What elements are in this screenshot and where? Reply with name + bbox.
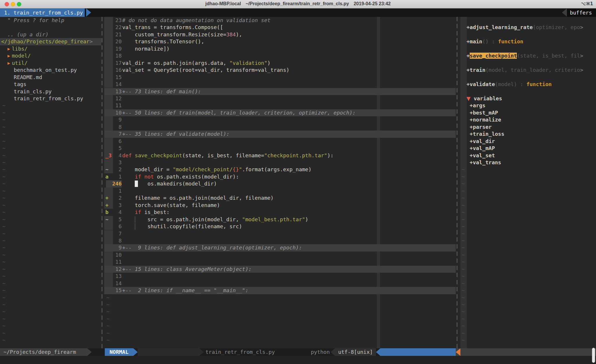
code-line[interactable]: 6 shutil.copyfile(filename, src): [104, 223, 456, 230]
tree-item[interactable]: ▸ model/: [0, 52, 101, 59]
line-text: +val_dir: [466, 138, 495, 145]
code-line[interactable]: 9+-- 9 lines: def adjust_learning_rate(o…: [104, 244, 456, 251]
line-number: 7: [112, 230, 122, 237]
empty-line-tilde: ~: [2, 223, 6, 230]
tag-item[interactable]: +val_set: [460, 152, 596, 159]
code-line[interactable]: b4 if is_best:: [104, 209, 456, 216]
tag-item[interactable]: +adjust_learning_rate(optimizer, epo>: [460, 24, 596, 31]
line-text: train_cls.py: [1, 88, 52, 95]
empty-line: ~: [0, 152, 101, 159]
code-line[interactable]: 21 custom_transform.Resize(size=384),: [104, 31, 456, 38]
code-line[interactable]: 14: [104, 280, 456, 287]
tag-item[interactable]: +validate(model) : function: [460, 81, 596, 88]
code-line[interactable]: 3: [104, 159, 456, 166]
code-line[interactable]: 7+-- 35 lines: def validate(model):: [104, 131, 456, 138]
code-line[interactable]: +3 torch.save(state, filename): [104, 202, 456, 209]
tag-item[interactable]: +args: [460, 102, 596, 109]
sign-column: [104, 45, 113, 52]
tree-item[interactable]: benchmark_on_test.py: [0, 67, 101, 74]
tag-item[interactable]: +train_loss: [460, 131, 596, 138]
code-line[interactable]: 9: [104, 116, 456, 123]
code-line[interactable]: 1: [104, 188, 456, 195]
tag-item[interactable]: +val_mAP: [460, 145, 596, 152]
vim-command-line[interactable]: [0, 356, 596, 364]
code-line[interactable]: 23# do not do data augmentation on valid…: [104, 17, 456, 24]
line-number: 7: [112, 131, 122, 138]
code-line[interactable]: 10: [104, 251, 456, 258]
code-line[interactable]: 13+-- 73 lines: def main():: [104, 88, 456, 95]
sign-column: [104, 52, 113, 59]
tag-item[interactable]: +best_mAP: [460, 109, 596, 116]
empty-line: ~: [460, 330, 596, 337]
code-line[interactable]: 12+-- 15 lines: class AverageMeter(objec…: [104, 266, 456, 273]
sign-column: [104, 251, 113, 258]
powerline-separator: [331, 348, 335, 356]
scrollbar-thumb[interactable]: [592, 348, 595, 363]
tree-item[interactable]: train_cls.py: [0, 88, 101, 95]
code-line[interactable]: 12: [104, 95, 456, 102]
empty-line-tilde: ~: [2, 301, 6, 308]
tree-item[interactable]: </jdhao/Projects/deep_firear>: [0, 38, 101, 45]
tag-item[interactable]: +parser: [460, 124, 596, 131]
code-line[interactable]: 13: [104, 273, 456, 280]
code-line[interactable]: 7: [104, 230, 456, 237]
code-window: 23# do not do data augmentation on valid…: [104, 17, 456, 348]
tree-item[interactable]: ▸ libs/: [0, 45, 101, 52]
code-line[interactable]: a1 if not os.path.exists(model_dir):: [104, 173, 456, 180]
buffers-section[interactable]: buffers: [567, 8, 596, 17]
code-line[interactable]: 15: [104, 74, 456, 81]
tree-item[interactable]: ▸ util/: [0, 60, 101, 67]
sign-column: [104, 74, 113, 81]
code-line[interactable]: 6: [104, 138, 456, 145]
code-line[interactable]: 20 transforms.ToTensor(),: [104, 38, 456, 45]
code-line[interactable]: 19 normalize]): [104, 45, 456, 52]
window-title-host: jdhao-MBP.local: [205, 1, 241, 6]
code-line[interactable]: 18: [104, 52, 456, 59]
code-line[interactable]: ~5 src = os.path.join(model_dir, "model_…: [104, 216, 456, 223]
empty-line-tilde: ~: [107, 308, 110, 315]
powerline-separator: [133, 348, 138, 356]
code-line[interactable]: 17val_dir = os.path.join(args.data, "val…: [104, 60, 456, 67]
tree-item[interactable]: " Press ? for help: [0, 17, 101, 24]
code-line[interactable]: 15+-- 2 lines: if __name__ == "__main__"…: [104, 287, 456, 294]
code-line[interactable]: _34def save_checkpoint(state, is_best, f…: [104, 152, 456, 159]
code-line[interactable]: 246 os.makedirs(model_dir): [104, 180, 456, 187]
empty-line-tilde: ~: [2, 124, 6, 131]
code-line[interactable]: 11: [104, 258, 456, 265]
code-line[interactable]: 16val_set = QuerySet(root=val_dir, trans…: [104, 67, 456, 74]
line-text: normalize]): [122, 45, 170, 52]
empty-line: ~: [104, 315, 456, 322]
code-line[interactable]: 22val_trans = transforms.Compose([: [104, 24, 456, 31]
code-line[interactable]: 11: [104, 102, 456, 109]
statusline-cwd: ~/Projects/deep_firearm: [0, 348, 87, 356]
empty-line-tilde: ~: [462, 308, 465, 315]
sign-column: [104, 237, 113, 244]
tree-item[interactable]: README.md: [0, 74, 101, 81]
code-line[interactable]: 14: [104, 81, 456, 88]
tag-item[interactable]: +save_checkpoint(state, is_best, fil>: [460, 52, 596, 59]
code-line[interactable]: 8: [104, 237, 456, 244]
line-number: 19: [112, 45, 122, 52]
tag-item[interactable]: +train(model, train_loader, criterio>: [460, 67, 596, 74]
tag-item[interactable]: ▼ variables: [460, 95, 596, 102]
tree-item[interactable]: tags: [0, 81, 101, 88]
line-number: 3: [112, 159, 122, 166]
tag-item[interactable]: +val_trans: [460, 159, 596, 166]
empty-line-tilde: ~: [462, 244, 465, 251]
code-line[interactable]: +2 filename = os.path.join(model_dir, fi…: [104, 195, 456, 201]
empty-line: ~: [0, 337, 101, 344]
tree-item[interactable]: .. (up a dir): [0, 31, 101, 38]
empty-line-tilde: ~: [2, 287, 6, 294]
code-line[interactable]: ~2 model_dir = "model/check_point/{}".fo…: [104, 166, 456, 173]
tag-item[interactable]: +main() : function: [460, 38, 596, 45]
tree-item[interactable]: train_retr_from_cls.py: [0, 95, 101, 102]
code-line[interactable]: 10+-- 50 lines: def train(model, train_l…: [104, 109, 456, 116]
empty-line-tilde: ~: [462, 188, 465, 195]
empty-line: ~: [0, 273, 101, 280]
code-line[interactable]: 5: [104, 145, 456, 152]
tab-active-buffer[interactable]: 1. train_retr_from_cls.py: [0, 8, 85, 17]
line-text: +best_mAP: [466, 109, 498, 116]
tag-item[interactable]: +val_dir: [460, 138, 596, 145]
tag-item[interactable]: +normalize: [460, 116, 596, 123]
code-line[interactable]: 8: [104, 124, 456, 131]
